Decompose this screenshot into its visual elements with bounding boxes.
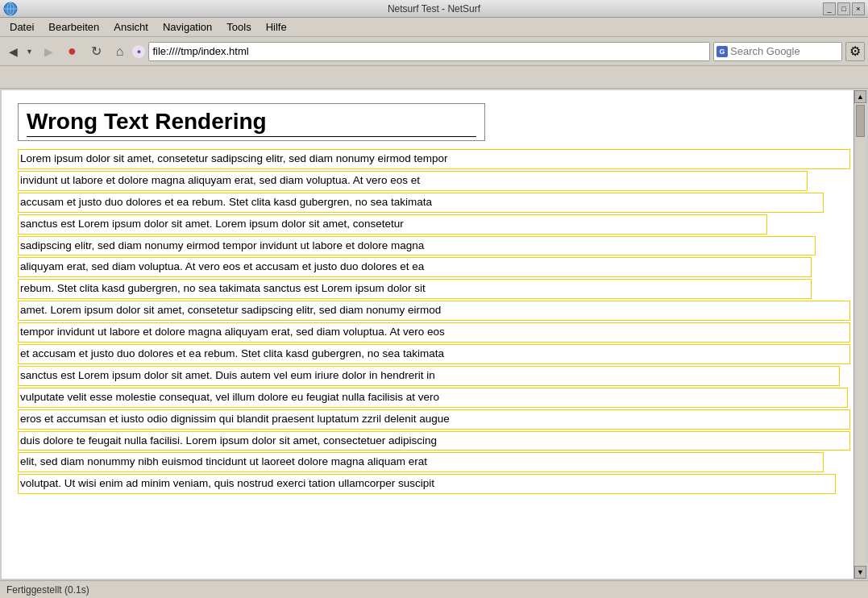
app-logo (3, 2, 18, 16)
close-button[interactable]: × (852, 2, 865, 15)
minimize-button[interactable]: _ (823, 2, 836, 15)
text-line: accusam et justo duo dolores et ea rebum… (18, 193, 824, 213)
search-wrapper: G (713, 42, 842, 61)
text-line: elit, sed diam nonummy nibh euismod tinc… (18, 452, 824, 472)
scrollbar[interactable]: ▲ ▼ (853, 90, 866, 579)
back-button[interactable]: ◀ (3, 40, 23, 63)
scrollbar-up-button[interactable]: ▲ (854, 90, 866, 103)
title-divider (27, 136, 476, 137)
statusbar: Fertiggestellt (0.1s) (0, 580, 868, 598)
menubar: Datei Bearbeiten Ansicht Navigation Tool… (0, 18, 868, 37)
menu-ansicht[interactable]: Ansicht (107, 19, 155, 35)
text-line: Lorem ipsum dolor sit amet, consetetur s… (18, 149, 850, 169)
maximize-button[interactable]: □ (837, 2, 850, 15)
window-title: Netsurf Test - NetSurf (388, 3, 480, 15)
window-controls[interactable]: _ □ × (823, 2, 865, 15)
forward-button[interactable]: ▶ (39, 40, 59, 63)
menu-tools[interactable]: Tools (220, 19, 257, 35)
scrollbar-thumb[interactable] (856, 105, 865, 137)
text-line: tempor invidunt ut labore et dolore magn… (18, 322, 850, 343)
search-input[interactable] (713, 42, 842, 61)
urlbar-container: ● (132, 42, 710, 61)
menu-bearbeiten[interactable]: Bearbeiten (42, 19, 106, 35)
home-button[interactable]: ⌂ (110, 40, 130, 63)
text-line: sanctus est Lorem ipsum dolor sit amet. … (18, 366, 840, 386)
text-line: duis dolore te feugait nulla facilisi. L… (18, 431, 850, 451)
settings-button[interactable]: ⚙ (845, 42, 865, 61)
url-input[interactable] (148, 42, 710, 61)
text-line: sanctus est Lorem ipsum dolor sit amet. … (18, 214, 767, 235)
toolbar: ◀ ▼ ▶ ● ↻ ⌂ ● G ⚙ (0, 37, 868, 66)
text-line: volutpat. Ut wisi enim ad minim veniam, … (18, 474, 836, 494)
text-content: Lorem ipsum dolor sit amet, consetetur s… (18, 149, 850, 494)
text-line: invidunt ut labore et dolore magna aliqu… (18, 171, 808, 191)
page-title-container: Wrong Text Rendering (18, 103, 485, 141)
text-line: et accusam et justo duo dolores et ea re… (18, 344, 850, 364)
text-line: aliquyam erat, sed diam voluptua. At ver… (18, 257, 812, 277)
stop-button[interactable]: ● (62, 40, 82, 63)
back-dropdown-button[interactable]: ▼ (23, 40, 35, 63)
text-line: vulputate velit esse molestie consequat,… (18, 388, 848, 408)
menu-navigation[interactable]: Navigation (156, 19, 218, 35)
page-title: Wrong Text Rendering (27, 109, 476, 135)
tab-area (0, 66, 868, 89)
scrollbar-down-button[interactable]: ▼ (854, 566, 866, 579)
text-line: rebum. Stet clita kasd gubergren, no sea… (18, 279, 812, 299)
url-favicon: ● (132, 45, 145, 58)
status-text: Fertiggestellt (0.1s) (6, 584, 89, 596)
search-google-icon: G (716, 46, 728, 57)
text-line: sadipscing elitr, sed diam nonumy eirmod… (18, 236, 816, 256)
browser-viewport: Wrong Text Rendering Lorem ipsum dolor s… (0, 89, 868, 580)
titlebar: Netsurf Test - NetSurf _ □ × (0, 0, 868, 18)
menu-hilfe[interactable]: Hilfe (260, 19, 293, 35)
text-line: amet. Lorem ipsum dolor sit amet, conset… (18, 301, 850, 321)
reload-button[interactable]: ↻ (85, 40, 107, 63)
text-line: eros et accumsan et iusto odio dignissim… (18, 409, 850, 430)
menu-datei[interactable]: Datei (3, 19, 40, 35)
